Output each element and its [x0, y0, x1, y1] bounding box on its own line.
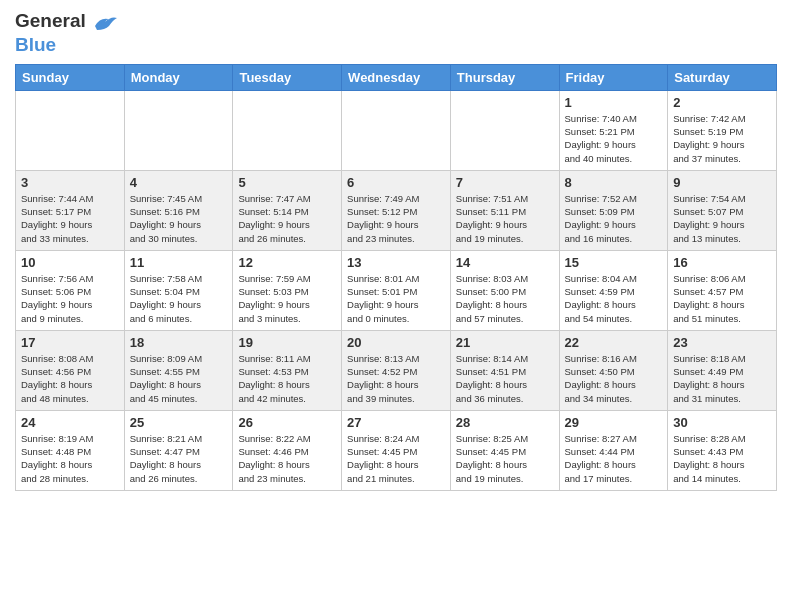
day-info: Sunrise: 7:59 AM Sunset: 5:03 PM Dayligh…: [238, 272, 336, 325]
day-number: 27: [347, 415, 445, 430]
day-info: Sunrise: 8:09 AM Sunset: 4:55 PM Dayligh…: [130, 352, 228, 405]
calendar-cell: 7Sunrise: 7:51 AM Sunset: 5:11 PM Daylig…: [450, 170, 559, 250]
calendar-cell: 26Sunrise: 8:22 AM Sunset: 4:46 PM Dayli…: [233, 410, 342, 490]
day-number: 26: [238, 415, 336, 430]
day-info: Sunrise: 7:47 AM Sunset: 5:14 PM Dayligh…: [238, 192, 336, 245]
day-info: Sunrise: 7:44 AM Sunset: 5:17 PM Dayligh…: [21, 192, 119, 245]
logo: General Blue: [15, 10, 120, 56]
col-header-wednesday: Wednesday: [342, 64, 451, 90]
day-number: 2: [673, 95, 771, 110]
calendar-cell: 27Sunrise: 8:24 AM Sunset: 4:45 PM Dayli…: [342, 410, 451, 490]
day-info: Sunrise: 8:14 AM Sunset: 4:51 PM Dayligh…: [456, 352, 554, 405]
calendar-cell: 14Sunrise: 8:03 AM Sunset: 5:00 PM Dayli…: [450, 250, 559, 330]
calendar-cell: 9Sunrise: 7:54 AM Sunset: 5:07 PM Daylig…: [668, 170, 777, 250]
day-number: 24: [21, 415, 119, 430]
day-number: 4: [130, 175, 228, 190]
day-info: Sunrise: 7:52 AM Sunset: 5:09 PM Dayligh…: [565, 192, 663, 245]
calendar-week-row: 24Sunrise: 8:19 AM Sunset: 4:48 PM Dayli…: [16, 410, 777, 490]
calendar-cell: [233, 90, 342, 170]
day-number: 8: [565, 175, 663, 190]
day-info: Sunrise: 7:54 AM Sunset: 5:07 PM Dayligh…: [673, 192, 771, 245]
main-container: General Blue SundayMondayTuesdayWednesda…: [0, 0, 792, 501]
calendar-cell: 10Sunrise: 7:56 AM Sunset: 5:06 PM Dayli…: [16, 250, 125, 330]
day-info: Sunrise: 8:16 AM Sunset: 4:50 PM Dayligh…: [565, 352, 663, 405]
day-info: Sunrise: 8:27 AM Sunset: 4:44 PM Dayligh…: [565, 432, 663, 485]
day-number: 11: [130, 255, 228, 270]
day-number: 10: [21, 255, 119, 270]
day-number: 22: [565, 335, 663, 350]
day-number: 19: [238, 335, 336, 350]
day-number: 6: [347, 175, 445, 190]
calendar-cell: 11Sunrise: 7:58 AM Sunset: 5:04 PM Dayli…: [124, 250, 233, 330]
col-header-sunday: Sunday: [16, 64, 125, 90]
day-info: Sunrise: 8:03 AM Sunset: 5:00 PM Dayligh…: [456, 272, 554, 325]
day-number: 30: [673, 415, 771, 430]
calendar-week-row: 1Sunrise: 7:40 AM Sunset: 5:21 PM Daylig…: [16, 90, 777, 170]
col-header-saturday: Saturday: [668, 64, 777, 90]
day-info: Sunrise: 8:11 AM Sunset: 4:53 PM Dayligh…: [238, 352, 336, 405]
calendar-cell: 4Sunrise: 7:45 AM Sunset: 5:16 PM Daylig…: [124, 170, 233, 250]
day-number: 23: [673, 335, 771, 350]
header: General Blue: [15, 10, 777, 56]
day-info: Sunrise: 7:56 AM Sunset: 5:06 PM Dayligh…: [21, 272, 119, 325]
calendar-cell: 18Sunrise: 8:09 AM Sunset: 4:55 PM Dayli…: [124, 330, 233, 410]
calendar-cell: 22Sunrise: 8:16 AM Sunset: 4:50 PM Dayli…: [559, 330, 668, 410]
day-info: Sunrise: 8:04 AM Sunset: 4:59 PM Dayligh…: [565, 272, 663, 325]
day-info: Sunrise: 7:40 AM Sunset: 5:21 PM Dayligh…: [565, 112, 663, 165]
day-info: Sunrise: 8:21 AM Sunset: 4:47 PM Dayligh…: [130, 432, 228, 485]
day-number: 9: [673, 175, 771, 190]
day-number: 20: [347, 335, 445, 350]
day-info: Sunrise: 8:08 AM Sunset: 4:56 PM Dayligh…: [21, 352, 119, 405]
calendar-cell: 6Sunrise: 7:49 AM Sunset: 5:12 PM Daylig…: [342, 170, 451, 250]
calendar-cell: 2Sunrise: 7:42 AM Sunset: 5:19 PM Daylig…: [668, 90, 777, 170]
calendar-cell: 5Sunrise: 7:47 AM Sunset: 5:14 PM Daylig…: [233, 170, 342, 250]
calendar-cell: 12Sunrise: 7:59 AM Sunset: 5:03 PM Dayli…: [233, 250, 342, 330]
day-info: Sunrise: 8:19 AM Sunset: 4:48 PM Dayligh…: [21, 432, 119, 485]
day-info: Sunrise: 7:42 AM Sunset: 5:19 PM Dayligh…: [673, 112, 771, 165]
calendar-header-row: SundayMondayTuesdayWednesdayThursdayFrid…: [16, 64, 777, 90]
calendar-cell: 23Sunrise: 8:18 AM Sunset: 4:49 PM Dayli…: [668, 330, 777, 410]
calendar-cell: 17Sunrise: 8:08 AM Sunset: 4:56 PM Dayli…: [16, 330, 125, 410]
logo-bird-icon: [87, 12, 119, 34]
day-info: Sunrise: 7:58 AM Sunset: 5:04 PM Dayligh…: [130, 272, 228, 325]
day-info: Sunrise: 8:28 AM Sunset: 4:43 PM Dayligh…: [673, 432, 771, 485]
calendar-cell: [16, 90, 125, 170]
day-info: Sunrise: 8:25 AM Sunset: 4:45 PM Dayligh…: [456, 432, 554, 485]
calendar-cell: 28Sunrise: 8:25 AM Sunset: 4:45 PM Dayli…: [450, 410, 559, 490]
day-number: 28: [456, 415, 554, 430]
day-number: 3: [21, 175, 119, 190]
calendar-cell: 29Sunrise: 8:27 AM Sunset: 4:44 PM Dayli…: [559, 410, 668, 490]
day-number: 15: [565, 255, 663, 270]
day-info: Sunrise: 8:06 AM Sunset: 4:57 PM Dayligh…: [673, 272, 771, 325]
calendar-cell: 8Sunrise: 7:52 AM Sunset: 5:09 PM Daylig…: [559, 170, 668, 250]
day-info: Sunrise: 8:22 AM Sunset: 4:46 PM Dayligh…: [238, 432, 336, 485]
day-info: Sunrise: 8:18 AM Sunset: 4:49 PM Dayligh…: [673, 352, 771, 405]
day-number: 13: [347, 255, 445, 270]
calendar-cell: [450, 90, 559, 170]
col-header-tuesday: Tuesday: [233, 64, 342, 90]
calendar-week-row: 10Sunrise: 7:56 AM Sunset: 5:06 PM Dayli…: [16, 250, 777, 330]
day-number: 29: [565, 415, 663, 430]
day-number: 25: [130, 415, 228, 430]
col-header-monday: Monday: [124, 64, 233, 90]
day-info: Sunrise: 7:51 AM Sunset: 5:11 PM Dayligh…: [456, 192, 554, 245]
day-info: Sunrise: 7:49 AM Sunset: 5:12 PM Dayligh…: [347, 192, 445, 245]
day-info: Sunrise: 8:13 AM Sunset: 4:52 PM Dayligh…: [347, 352, 445, 405]
day-info: Sunrise: 7:45 AM Sunset: 5:16 PM Dayligh…: [130, 192, 228, 245]
day-number: 12: [238, 255, 336, 270]
day-number: 21: [456, 335, 554, 350]
calendar-cell: 21Sunrise: 8:14 AM Sunset: 4:51 PM Dayli…: [450, 330, 559, 410]
calendar-cell: 16Sunrise: 8:06 AM Sunset: 4:57 PM Dayli…: [668, 250, 777, 330]
day-number: 17: [21, 335, 119, 350]
col-header-friday: Friday: [559, 64, 668, 90]
day-number: 14: [456, 255, 554, 270]
calendar-cell: 1Sunrise: 7:40 AM Sunset: 5:21 PM Daylig…: [559, 90, 668, 170]
calendar-cell: 15Sunrise: 8:04 AM Sunset: 4:59 PM Dayli…: [559, 250, 668, 330]
calendar-cell: 25Sunrise: 8:21 AM Sunset: 4:47 PM Dayli…: [124, 410, 233, 490]
col-header-thursday: Thursday: [450, 64, 559, 90]
day-number: 1: [565, 95, 663, 110]
day-number: 7: [456, 175, 554, 190]
calendar-table: SundayMondayTuesdayWednesdayThursdayFrid…: [15, 64, 777, 491]
calendar-cell: 24Sunrise: 8:19 AM Sunset: 4:48 PM Dayli…: [16, 410, 125, 490]
calendar-week-row: 17Sunrise: 8:08 AM Sunset: 4:56 PM Dayli…: [16, 330, 777, 410]
